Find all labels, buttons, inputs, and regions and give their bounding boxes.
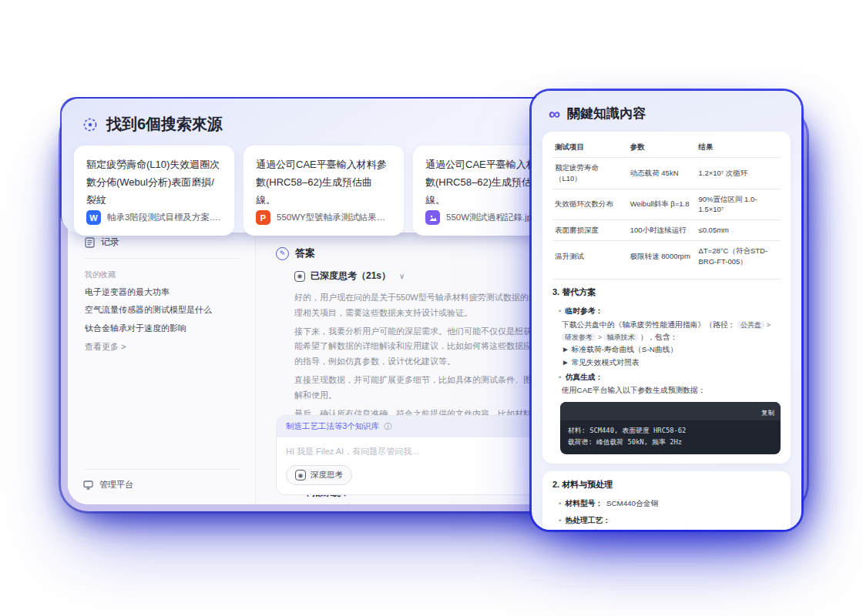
image-file-icon bbox=[425, 210, 440, 225]
knowledge-base-link[interactable]: 制造工艺工法等3个知识库 bbox=[286, 421, 379, 432]
table-header: 测试项目 bbox=[552, 139, 628, 158]
ppt-file-icon: P bbox=[256, 210, 270, 225]
knowledge-panel-title: 關鍵知識內容 bbox=[567, 105, 646, 122]
table-header: 参数 bbox=[628, 139, 697, 158]
material-item-text: SCM440合金钢 bbox=[606, 499, 659, 507]
answer-title: 答案 bbox=[295, 246, 315, 260]
alt-arrow-item: ► 标准载荷-寿命曲线（S-N曲线） bbox=[562, 343, 781, 356]
history-item[interactable]: 空气流量传感器的测试模型是什么 bbox=[83, 301, 240, 319]
copy-button[interactable]: 复制 bbox=[761, 409, 774, 417]
heat-treatment-step: 渗碳处理（层深0.8mm，表面硬度HRC 60±2） bbox=[569, 527, 781, 530]
table-row: 额定疲劳寿命（L10）动态载荷 45kN1.2×10⁷ 次循环 bbox=[552, 158, 781, 189]
deepseek-icon: ◉ bbox=[295, 470, 306, 480]
code-line: 材料: SCM440, 表面硬度 HRC58-62 bbox=[568, 425, 773, 437]
path-chip[interactable]: 轴承技术 bbox=[604, 333, 638, 341]
screenshot-stage: 记录 我的收藏 电子逆变器的最大功率 空气流量传感器的测试模型是什么 钛合金轴承… bbox=[0, 0, 863, 616]
sidebar-item-records[interactable]: 记录 bbox=[83, 233, 240, 259]
alt-bullet-label: 仿真生成： bbox=[559, 373, 603, 381]
target-icon bbox=[82, 116, 99, 133]
document-icon bbox=[85, 237, 95, 248]
source-filename: 550W測試過程記錄.jpg bbox=[446, 212, 537, 223]
favorites-label: 我的收藏 bbox=[85, 270, 238, 280]
deepseek-icon: ◉ bbox=[294, 271, 305, 282]
search-sources-panel: 找到6個搜索來源 額定疲勞壽命(L10)失效迴圈次數分佈(Webul分析)表面磨… bbox=[62, 99, 601, 233]
deep-think-label: 深度思考 bbox=[311, 470, 343, 480]
path-chip[interactable]: 研发参考 bbox=[562, 333, 596, 341]
table-row: 失效循环次数分布Weibull斜率 β=1.890%置信区间 1.0-1.5×1… bbox=[552, 189, 781, 220]
history-item[interactable]: 钛合金轴承对于速度的影响 bbox=[83, 320, 240, 337]
alt-bullet-text: 下载公共盘中的《轴承疲劳性能通用指南》（路径： 公共盘 > 研发参考 > 轴承技… bbox=[562, 319, 781, 343]
history-item[interactable]: 电子逆变器的最大功率 bbox=[83, 283, 240, 301]
see-more-link[interactable]: 查看更多 > bbox=[83, 337, 240, 357]
infinity-icon: ∞ bbox=[549, 105, 560, 122]
alt-arrow-item: ► 常见失效模式对照表 bbox=[562, 357, 781, 369]
material-section-title: 2. 材料与预处理 bbox=[552, 479, 781, 490]
source-card[interactable]: 通過公司CAE平臺輸入材料參數(HRC58–62)生成預估曲線。 P 550WY… bbox=[243, 146, 404, 236]
knowledge-panel: ∞ 關鍵知識內容 测试项目 参数 结果 额定疲劳寿命（L10）动态载荷 45kN… bbox=[532, 91, 801, 530]
alt-section-title: 3. 替代方案 bbox=[552, 279, 781, 298]
knowledge-card-tests: 测试项目 参数 结果 额定疲劳寿命（L10）动态载荷 45kN1.2×10⁷ 次… bbox=[542, 132, 791, 464]
path-separator: > bbox=[598, 333, 602, 341]
path-separator: > bbox=[767, 321, 771, 329]
material-item-label: 热处理工艺： bbox=[559, 516, 610, 524]
admin-platform-label: 管理平台 bbox=[99, 479, 133, 490]
thought-label: 已深度思考（21s） bbox=[311, 270, 391, 283]
records-label: 记录 bbox=[101, 236, 119, 249]
source-text: 額定疲勞壽命(L10)失效迴圈次數分佈(Webul分析)表面磨損/裂紋 bbox=[86, 156, 222, 204]
alt-bullet-label: 临时参考： bbox=[559, 306, 603, 315]
chevron-down-icon[interactable]: ∨ bbox=[399, 272, 405, 280]
table-row: 温升测试极限转速 8000rpmΔT=28°C（符合STD-BRG-FT-005… bbox=[552, 240, 781, 271]
info-icon[interactable]: ⓘ bbox=[384, 421, 391, 432]
table-row: 表面磨损深度100小时连续运行≤0.05mm bbox=[552, 220, 781, 241]
source-text: 通過公司CAE平臺輸入材料參數(HRC58–62)生成預估曲線。 bbox=[256, 156, 391, 204]
source-filename: 軸承3階段測試目標及方案.docx bbox=[107, 212, 222, 223]
cae-code-block: 复制 材料: SCM440, 表面硬度 HRC58-62 载荷谱: 峰值载荷 5… bbox=[560, 402, 781, 454]
knowledge-card-material: 2. 材料与预处理 材料型号： SCM440合金钢 热处理工艺： 渗碳处理（层深… bbox=[542, 471, 791, 530]
source-card[interactable]: 額定疲勞壽命(L10)失效迴圈次數分佈(Webul分析)表面磨損/裂紋 W 軸承… bbox=[74, 146, 234, 236]
answer-pencil-icon: ✎ bbox=[276, 247, 289, 260]
material-item-label: 材料型号： bbox=[559, 499, 603, 507]
word-file-icon: W bbox=[86, 210, 101, 225]
monitor-icon bbox=[83, 480, 93, 490]
deep-think-button[interactable]: ◉ 深度思考 bbox=[286, 465, 352, 485]
path-chip[interactable]: 公共盘 bbox=[737, 321, 764, 329]
admin-platform-button[interactable]: 管理平台 bbox=[83, 469, 240, 490]
code-line: 载荷谱: 峰值载荷 50kN, 频率 2Hz bbox=[568, 437, 773, 448]
sources-panel-title: 找到6個搜索來源 bbox=[106, 114, 223, 135]
alt-bullet-text: 使用CAE平台输入以下参数生成预测数据： bbox=[562, 384, 781, 397]
test-results-table: 测试项目 参数 结果 额定疲劳寿命（L10）动态载荷 45kN1.2×10⁷ 次… bbox=[552, 139, 781, 271]
table-header: 结果 bbox=[696, 139, 781, 158]
source-filename: 550WY型號軸承測試結果匯報.pptx bbox=[277, 212, 391, 223]
